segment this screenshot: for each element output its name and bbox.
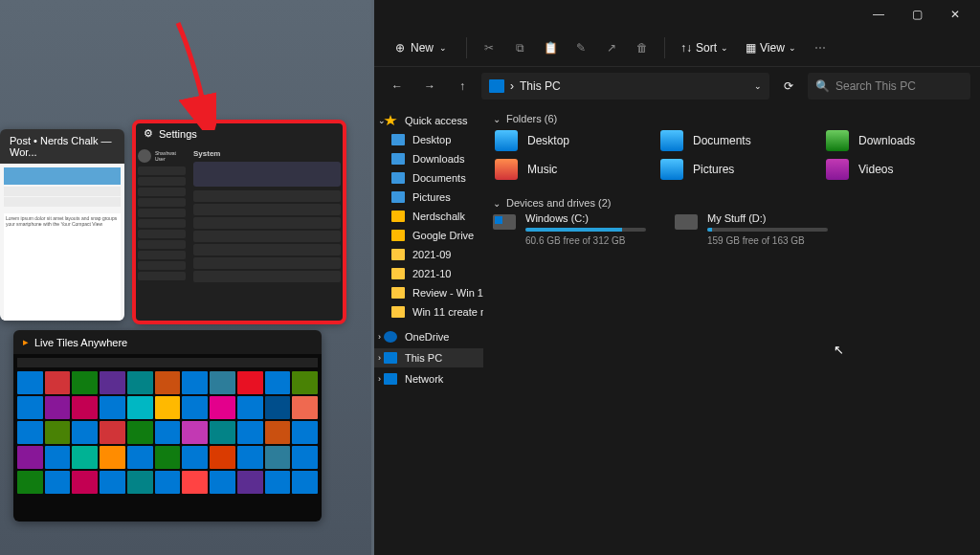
folder-item[interactable]: Downloads	[824, 128, 970, 153]
copy-icon[interactable]: ⧉	[507, 35, 532, 60]
sidebar-item[interactable]: Google Drive	[374, 226, 483, 245]
sidebar-item[interactable]: Review - Win 11 st	[374, 283, 483, 302]
sidebar-item[interactable]: 2021-09	[374, 245, 483, 264]
folder-icon	[391, 287, 405, 299]
tile	[237, 446, 263, 469]
window-titlebar: — ▢ ✕	[374, 0, 980, 29]
address-bar[interactable]: › This PC ⌄	[481, 73, 769, 100]
tile	[17, 396, 43, 419]
sidebar-item[interactable]: 2021-10	[374, 264, 483, 283]
drive-item[interactable]: Windows (C:)60.6 GB free of 312 GB	[493, 212, 646, 246]
tile	[155, 396, 181, 419]
star-icon	[384, 115, 397, 126]
breadcrumb[interactable]: This PC	[520, 79, 561, 93]
sidebar-onedrive[interactable]: ›OneDrive	[374, 327, 483, 346]
tile	[45, 371, 71, 394]
rename-icon[interactable]: ✎	[568, 35, 593, 60]
folder-icon	[391, 153, 405, 165]
tile	[155, 446, 181, 469]
sidebar-this-pc[interactable]: ›This PC	[374, 348, 483, 367]
tile	[210, 471, 235, 494]
more-icon[interactable]: ⋯	[808, 35, 833, 60]
tile	[100, 421, 125, 444]
tile	[17, 371, 43, 394]
app-icon: ▸	[23, 336, 29, 348]
folder-icon	[391, 249, 405, 260]
chevron-down-icon: ⌄	[439, 43, 447, 53]
paste-icon[interactable]: 📋	[538, 35, 563, 60]
tile	[17, 421, 43, 444]
search-placeholder: Search This PC	[835, 79, 916, 93]
tile	[237, 371, 263, 394]
sidebar-item[interactable]: Win 11 create new	[374, 302, 483, 322]
maximize-button[interactable]: ▢	[898, 1, 936, 28]
tile	[17, 446, 43, 469]
snap-thumbnail-browser[interactable]: Post • Nerds Chalk — Wor... Lorem ipsum …	[0, 129, 124, 321]
snap-thumbnail-tiles[interactable]: ▸Live Tiles Anywhere	[13, 330, 322, 522]
back-button[interactable]: ←	[384, 73, 411, 100]
search-input[interactable]: 🔍 Search This PC	[808, 73, 970, 100]
folder-icon	[391, 172, 405, 184]
tile	[100, 446, 125, 469]
forward-button[interactable]: →	[416, 73, 443, 100]
thumb-title: Live Tiles Anywhere	[34, 337, 127, 348]
folder-icon	[495, 130, 518, 151]
sidebar-item[interactable]: Nerdschalk	[374, 207, 483, 226]
close-button[interactable]: ✕	[936, 1, 974, 28]
tile	[210, 396, 235, 419]
share-icon[interactable]: ↗	[599, 35, 624, 60]
chevron-down-icon[interactable]: ⌄	[754, 81, 762, 91]
delete-icon[interactable]: 🗑	[630, 35, 655, 60]
view-button[interactable]: ▦View⌄	[740, 37, 802, 58]
tile	[182, 396, 208, 419]
up-button[interactable]: ↑	[449, 73, 476, 100]
tile	[210, 421, 235, 444]
sort-button[interactable]: ↑↓Sort⌄	[675, 37, 734, 58]
sidebar-item[interactable]: Pictures	[374, 188, 483, 207]
sidebar-item[interactable]: Desktop	[374, 130, 483, 149]
tile	[100, 471, 125, 494]
tile	[45, 421, 71, 444]
tile	[45, 446, 71, 469]
tile	[265, 421, 291, 444]
sidebar-item[interactable]: Documents	[374, 168, 483, 188]
minimize-button[interactable]: —	[859, 1, 898, 28]
folder-item[interactable]: Documents	[658, 128, 805, 153]
snap-thumbnail-settings[interactable]: ⚙Settings ShashwatUser System	[134, 122, 345, 322]
tile	[127, 471, 153, 494]
folder-item[interactable]: Desktop	[493, 128, 639, 153]
folder-item[interactable]: Pictures	[658, 157, 805, 182]
pc-icon	[384, 352, 397, 364]
folder-icon	[495, 159, 518, 180]
chevron-down-icon: ⌄	[789, 43, 796, 53]
navigation-row: ← → ↑ › This PC ⌄ ⟳ 🔍 Search This PC	[374, 67, 980, 105]
sidebar-item[interactable]: Downloads	[374, 149, 483, 168]
tile	[72, 421, 98, 444]
tile	[72, 371, 98, 394]
sidebar-quick-access[interactable]: ⌄Quick access	[374, 111, 483, 130]
folder-icon	[826, 159, 849, 180]
sort-icon: ↑↓	[680, 41, 692, 55]
tile	[237, 471, 263, 494]
plus-icon: ⊕	[395, 41, 405, 55]
drives-group-header[interactable]: Devices and drives (2)	[493, 193, 970, 212]
tile	[155, 421, 181, 444]
thumb-preview: Lorem ipsum dolor sit amet layouts and s…	[0, 164, 124, 321]
cut-icon[interactable]: ✂	[477, 35, 501, 60]
folders-group-header[interactable]: Folders (6)	[493, 109, 970, 128]
snap-assist-panel: Post • Nerds Chalk — Wor... Lorem ipsum …	[0, 0, 371, 555]
thumb-preview: ShashwatUser System	[134, 145, 345, 322]
sidebar-network[interactable]: ›Network	[374, 369, 483, 388]
new-button[interactable]: ⊕New⌄	[386, 37, 457, 58]
tile	[127, 396, 153, 419]
tile	[237, 396, 263, 419]
tile	[127, 371, 153, 394]
chevron-down-icon: ⌄	[721, 43, 728, 53]
folder-item[interactable]: Music	[493, 157, 639, 182]
drive-item[interactable]: My Stuff (D:)159 GB free of 163 GB	[675, 212, 828, 246]
folder-item[interactable]: Videos	[824, 157, 970, 182]
refresh-button[interactable]: ⟳	[775, 73, 802, 100]
tile	[182, 371, 208, 394]
content-pane: Folders (6) DesktopDocumentsDownloadsMus…	[483, 105, 980, 555]
navigation-pane: ⌄Quick access DesktopDownloadsDocumentsP…	[374, 105, 483, 555]
